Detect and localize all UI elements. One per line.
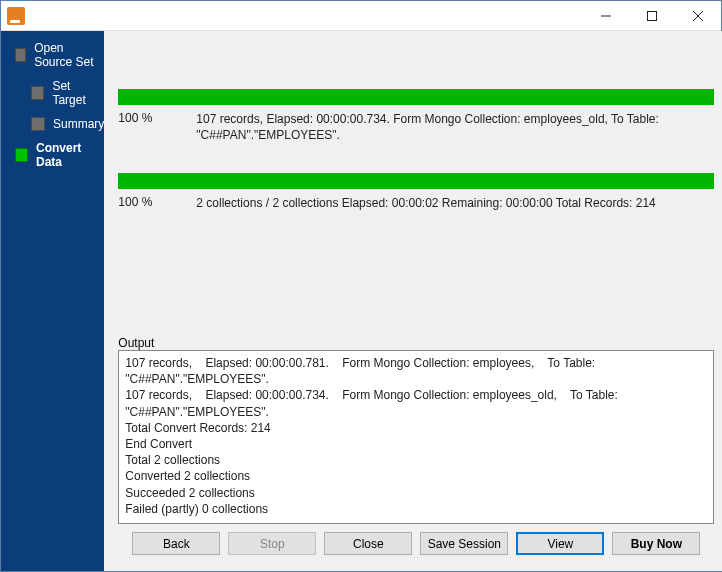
- progress-total-text: 2 collections / 2 collections Elapsed: 0…: [196, 195, 714, 211]
- save-session-button[interactable]: Save Session: [420, 532, 508, 555]
- step-label: Summary: [53, 117, 104, 131]
- view-button[interactable]: View: [516, 532, 604, 555]
- step-label: Open Source Set: [34, 41, 104, 69]
- step-box-icon: [15, 48, 26, 62]
- step-label: Set Target: [52, 79, 104, 107]
- step-convert-data[interactable]: Convert Data: [15, 141, 104, 169]
- progress-total-percent: 100 %: [118, 195, 196, 211]
- close-wizard-button[interactable]: Close: [324, 532, 412, 555]
- stop-button: Stop: [228, 532, 316, 555]
- main-panel: 100 % 107 records, Elapsed: 00:00:00.734…: [104, 31, 722, 571]
- step-box-icon: [31, 117, 45, 131]
- step-box-icon: [15, 148, 28, 162]
- output-label: Output: [118, 330, 714, 350]
- close-button[interactable]: [675, 1, 721, 31]
- svg-rect-1: [648, 11, 657, 20]
- minimize-button[interactable]: [583, 1, 629, 31]
- step-box-icon: [31, 86, 44, 100]
- progress-bar-item: [118, 89, 714, 105]
- progress-item-percent: 100 %: [118, 111, 196, 143]
- progress-item-text: 107 records, Elapsed: 00:00:00.734. Form…: [196, 111, 714, 143]
- output-log[interactable]: 107 records, Elapsed: 00:00:00.781. Form…: [118, 350, 714, 524]
- maximize-button[interactable]: [629, 1, 675, 31]
- progress-bar-total: [118, 173, 714, 189]
- step-label: Convert Data: [36, 141, 104, 169]
- app-window: Open Source Set Set Target Summary Conve…: [0, 0, 722, 572]
- wizard-sidebar: Open Source Set Set Target Summary Conve…: [1, 31, 104, 571]
- app-icon: [7, 7, 25, 25]
- button-row: Back Stop Close Save Session View Buy No…: [118, 524, 714, 563]
- titlebar: [1, 1, 721, 31]
- step-summary[interactable]: Summary: [31, 117, 104, 131]
- step-set-target[interactable]: Set Target: [31, 79, 104, 107]
- step-open-source-set[interactable]: Open Source Set: [15, 41, 104, 69]
- buy-now-button[interactable]: Buy Now: [612, 532, 700, 555]
- back-button[interactable]: Back: [132, 532, 220, 555]
